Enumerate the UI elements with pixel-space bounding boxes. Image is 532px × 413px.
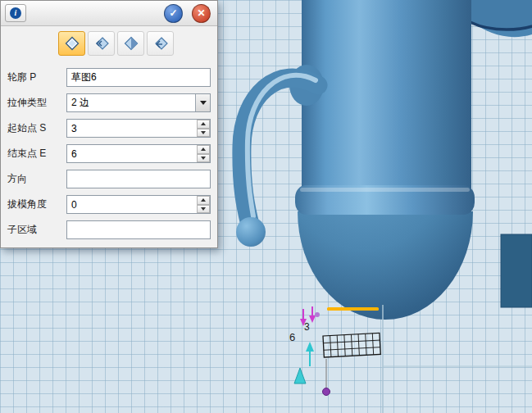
direction-label: 方向 [7,172,66,186]
draft-angle-spin-up-button[interactable] [197,196,210,205]
end-point-spin-up-button[interactable] [197,145,210,154]
highlighted-edge[interactable] [327,307,379,311]
flange-highlight [300,188,470,192]
diamond-arrow-icon [153,36,168,51]
extrude-type-label: 拉伸类型 [7,96,66,110]
field-row-subregion: 子区域 [7,220,211,239]
start-point-spin-up-button[interactable] [197,120,210,129]
extrude-preview-box [323,333,380,357]
spinner-up-icon [201,122,206,125]
end-point-spin-down-button[interactable] [197,154,210,163]
extrude-mode-2-button[interactable] [88,31,115,56]
profile-label: 轮廓 P [7,70,66,84]
start-point-input[interactable] [66,119,211,138]
field-row-extrude-type: 拉伸类型 [7,93,211,112]
close-icon: ✕ [197,7,205,19]
app-window: 3 6 i ✓ ✕ [0,0,532,413]
chevron-down-icon [200,101,207,105]
info-icon: i [10,7,21,19]
side-object [501,234,532,307]
draft-angle-label: 拔模角度 [7,197,66,211]
dimension-label-start: 3 [304,321,310,333]
field-row-draft-angle: 拔模角度 [7,195,211,214]
start-point-label: 起始点 S [7,121,66,135]
extrude-type-select[interactable] [66,93,211,112]
dimension-label-end: 6 [289,331,295,343]
extrude-mode-1-button[interactable] [58,31,85,56]
extrude-feature-panel: i ✓ ✕ [0,0,218,248]
panel-titlebar[interactable]: i ✓ ✕ [1,1,217,26]
end-point-input[interactable] [66,144,211,163]
subregion-input[interactable] [66,220,211,239]
direction-arrow[interactable] [306,342,314,366]
field-row-profile: 轮廓 P [7,68,211,87]
subregion-label: 子区域 [7,223,66,237]
close-button[interactable]: ✕ [192,4,211,23]
draft-angle-input[interactable] [66,195,211,214]
ok-button[interactable]: ✓ [164,4,183,23]
profile-input[interactable] [66,68,211,87]
spinner-down-icon [201,131,206,134]
extrude-mode-toolbar [1,26,217,60]
check-icon: ✓ [169,7,177,19]
draft-angle-spin-down-button[interactable] [197,205,210,214]
spinner-up-icon [201,148,206,151]
direction-input[interactable] [66,170,211,188]
diamond-solid-icon [65,36,80,51]
start-point-spin-down-button[interactable] [197,129,210,138]
spinner-down-icon [201,157,206,160]
sketch-point[interactable] [315,312,320,317]
extrude-mode-4-button[interactable] [147,31,174,56]
end-point-label: 结束点 E [7,147,66,161]
origin-point[interactable] [323,388,330,396]
offset-arrow-cone[interactable] [294,368,306,384]
extrude-form: 轮廓 P 拉伸类型 起始点 S [1,60,217,247]
mug-body [302,0,471,188]
field-row-end-point: 结束点 E [7,144,211,163]
info-button[interactable]: i [5,4,26,22]
extrude-type-dropdown-button[interactable] [195,94,210,111]
diamond-half-icon [124,36,139,51]
diamond-chevrons-icon [94,36,109,51]
field-row-start-point: 起始点 S [7,119,211,138]
handle-ball [236,217,266,247]
extrude-mode-3-button[interactable] [117,31,144,56]
spinner-down-icon [201,207,206,211]
spinner-up-icon [201,198,206,202]
field-row-direction: 方向 [7,170,211,188]
